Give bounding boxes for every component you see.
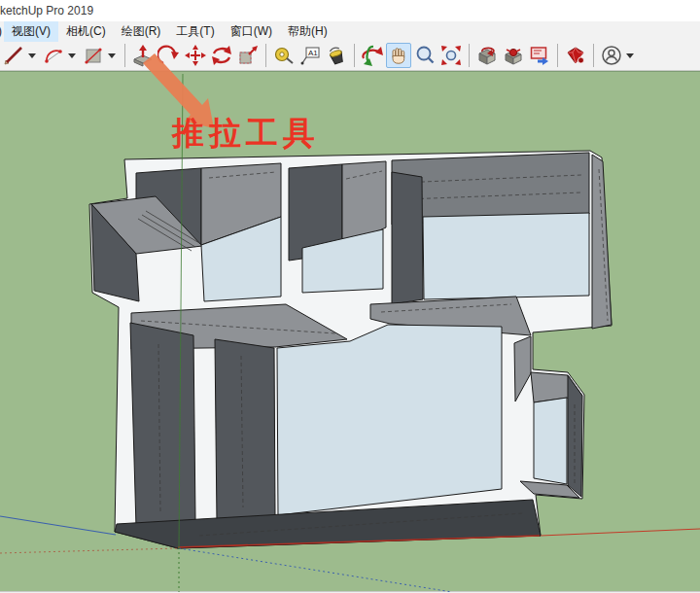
account-icon xyxy=(600,44,623,67)
pan-tool-button[interactable] xyxy=(386,43,411,68)
arc-icon xyxy=(42,44,65,67)
chevron-down-icon[interactable] xyxy=(68,53,76,58)
toolbar-separator xyxy=(557,44,558,67)
next-view-button[interactable] xyxy=(501,43,526,68)
title-bar: SketchUp Pro 2019 xyxy=(0,0,700,21)
model-canvas[interactable] xyxy=(0,72,700,592)
push-pull-icon xyxy=(131,44,155,67)
text-label-icon: A1 xyxy=(298,44,322,67)
orbit-tool-button[interactable] xyxy=(360,43,385,68)
tape-measure-tool-button[interactable] xyxy=(271,43,297,68)
zoom-extents-icon xyxy=(439,44,463,67)
account-button[interactable] xyxy=(599,43,624,68)
move-icon xyxy=(184,44,207,67)
pencil-icon xyxy=(2,44,25,67)
push-pull-tool-button[interactable] xyxy=(130,43,156,68)
magnifier-icon xyxy=(413,44,437,67)
paint-bucket-icon xyxy=(325,44,348,67)
red-axis-dotted xyxy=(0,548,178,553)
move-tool-button[interactable] xyxy=(183,43,208,68)
extension-warehouse-button[interactable] xyxy=(563,43,588,68)
viewport-canvas[interactable] xyxy=(0,71,700,591)
toolbar-separator xyxy=(265,44,266,67)
floor-face xyxy=(534,398,567,484)
scale-icon xyxy=(236,44,260,67)
paint-bucket-tool-button[interactable] xyxy=(324,43,349,68)
menu-item-help[interactable]: 帮助(H) xyxy=(280,21,335,42)
chevron-down-icon[interactable] xyxy=(28,53,36,58)
wall-face xyxy=(392,172,423,304)
floor-face xyxy=(277,325,502,515)
scale-tool-button[interactable] xyxy=(235,43,261,68)
blue-axis-dotted xyxy=(179,548,452,592)
line-tool-button[interactable] xyxy=(1,43,26,68)
toolbar: A1 xyxy=(0,41,700,71)
chevron-down-icon[interactable] xyxy=(108,53,116,58)
text-tool-glyph: A1 xyxy=(308,49,318,57)
blue-axis-line xyxy=(0,516,116,535)
follow-me-tool-button[interactable] xyxy=(157,43,182,68)
window-title: SketchUp Pro 2019 xyxy=(0,4,93,17)
gem-icon xyxy=(564,44,587,67)
floor-plan-model[interactable] xyxy=(89,151,612,548)
menu-item-tools[interactable]: 工具(T) xyxy=(168,21,222,42)
hand-icon xyxy=(388,45,409,66)
menu-item-window[interactable]: 窗口(W) xyxy=(223,21,280,42)
title-clip: SketchUp Pro 2019 xyxy=(0,0,93,21)
previous-view-button[interactable] xyxy=(474,43,500,68)
sketchup-window: SketchUp Pro 2019 ) 视图(V) 相机(C) 绘图(R) 工具… xyxy=(0,0,700,593)
previous-view-icon xyxy=(475,44,499,67)
outer-wall-face xyxy=(592,155,612,329)
rectangle-tool-button[interactable] xyxy=(81,43,106,68)
red-axis-line xyxy=(541,529,700,536)
arc-tool-button[interactable] xyxy=(41,43,66,68)
rotate-icon xyxy=(210,44,233,67)
floor-face xyxy=(423,213,589,299)
text-tool-button[interactable]: A1 xyxy=(298,43,323,68)
toolbar-separator xyxy=(593,44,594,67)
toolbar-separator xyxy=(124,44,125,67)
rotate-tool-button[interactable] xyxy=(209,43,234,68)
orbit-icon xyxy=(361,44,384,67)
send-to-layout-button[interactable] xyxy=(527,43,552,68)
toolbar-separator xyxy=(469,44,470,67)
bay-side-face xyxy=(568,375,582,497)
toolbar-separator xyxy=(354,44,355,67)
wall-face xyxy=(215,339,275,523)
next-view-icon xyxy=(502,44,525,67)
curved-arrow-icon xyxy=(158,44,181,67)
chevron-down-icon[interactable] xyxy=(626,53,634,58)
zoom-tool-button[interactable] xyxy=(412,43,438,68)
wall-face xyxy=(130,323,195,527)
menu-item-camera[interactable]: 相机(C) xyxy=(58,21,114,42)
menu-item-view[interactable]: 视图(V) xyxy=(4,21,58,42)
menu-item-draw[interactable]: 绘图(R) xyxy=(114,21,169,42)
menu-bar: ) 视图(V) 相机(C) 绘图(R) 工具(T) 窗口(W) 帮助(H) xyxy=(0,21,700,41)
send-to-layout-icon xyxy=(528,44,551,67)
zoom-extents-button[interactable] xyxy=(438,43,464,68)
tape-measure-icon xyxy=(272,44,296,67)
rectangle-icon xyxy=(82,44,105,67)
